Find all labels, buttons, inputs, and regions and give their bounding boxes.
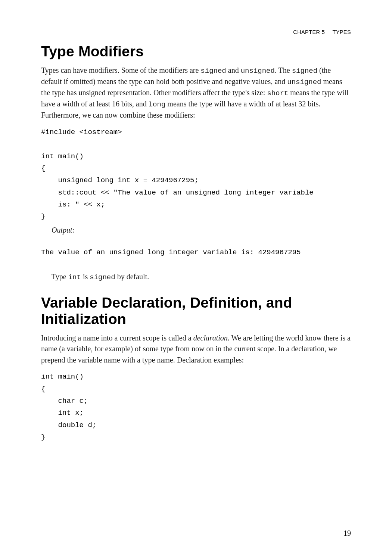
output-box: The value of an unsigned long integer va…	[41, 242, 351, 263]
type-modifiers-intro: Types can have modifiers. Some of the mo…	[41, 65, 351, 121]
running-header: CHAPTER 5 TYPES	[293, 29, 351, 35]
var-decl-intro: Introducing a name into a current scope …	[41, 333, 351, 366]
code-inline-unsigned: unsigned	[241, 67, 275, 75]
chapter-title-label: TYPES	[332, 29, 351, 35]
code-inline-signed-3: signed	[90, 273, 115, 281]
output-label: Output:	[41, 225, 351, 236]
code-inline-signed: signed	[200, 67, 226, 75]
section-title-var-decl: Variable Declaration, Definition, and In…	[41, 295, 351, 327]
code-inline-short: short	[267, 89, 288, 97]
code-inline-int: int	[68, 273, 81, 281]
code-block-declaration-example: int main() { char c; int x; double d; }	[41, 371, 351, 443]
page-number: 19	[343, 529, 351, 538]
code-inline-unsigned-2: unsigned	[287, 78, 321, 86]
emphasis-declaration: declaration	[193, 334, 228, 342]
section-title-type-modifiers: Type Modifiers	[41, 43, 351, 60]
code-inline-long: long	[149, 100, 166, 109]
code-block-modifiers-example: #include <iostream> int main() { unsigne…	[41, 126, 351, 223]
chapter-number-label: CHAPTER 5	[293, 29, 325, 35]
code-inline-signed-2: signed	[292, 67, 317, 75]
type-modifiers-closing: Type int is signed by default.	[41, 271, 351, 283]
